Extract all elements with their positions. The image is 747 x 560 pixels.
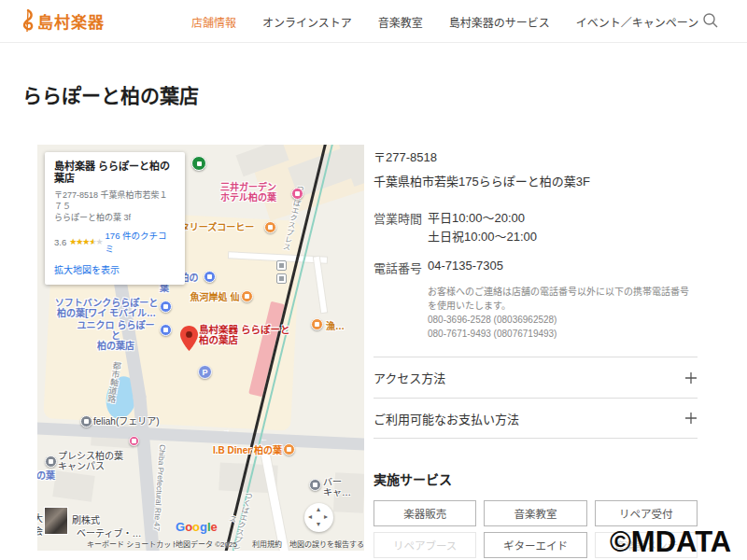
cafe-poi-icon[interactable]: [264, 221, 276, 233]
main-nav: 店舗情報 オンラインストア 音楽教室 島村楽器のサービス イベント／キャンペーン: [191, 0, 698, 43]
poi-tullys-coffee[interactable]: タリーズコーヒー: [173, 222, 261, 232]
restaurant-poi-icon[interactable]: [311, 318, 323, 330]
pan-right-icon[interactable]: ▸: [324, 513, 328, 521]
hotel-poi-icon[interactable]: [291, 188, 303, 200]
poi-ryoshi-partial[interactable]: 漁…: [326, 321, 354, 331]
accordion-payment[interactable]: ご利用可能なお支払い方法: [374, 398, 698, 439]
hours-row: 営業時間 平日10:00〜20:00 土日祝10:00〜21:00: [374, 209, 698, 246]
google-logo[interactable]: Google: [176, 520, 218, 534]
map-partial-text: 会: [37, 526, 43, 537]
place-pin-icon[interactable]: [309, 479, 321, 491]
page-title: ららぽーと柏の葉店: [22, 80, 199, 108]
map-card-address: 〒277-8518 千葉県柏市若柴１７５ ららぽーと柏の葉 3f: [54, 189, 176, 223]
rating-value: 3.6: [54, 237, 66, 247]
restaurant-poi-icon[interactable]: [241, 290, 253, 302]
service-music-school[interactable]: 音楽教室: [484, 500, 586, 526]
nav-store-info[interactable]: 店舗情報: [191, 14, 236, 30]
poi-ib-diner[interactable]: I.B Diner 柏の葉: [213, 445, 288, 455]
service-repair-booth[interactable]: リペアブース: [374, 532, 476, 558]
map-building: [52, 470, 94, 502]
service-instrument-sales[interactable]: 楽器販売: [374, 500, 476, 526]
accordion-access[interactable]: アクセス方法: [374, 357, 698, 398]
pan-up-icon[interactable]: ▴: [317, 506, 320, 513]
hours-weekend: 土日祝10:00〜21:00: [428, 228, 537, 246]
map-info-card: 島村楽器 ららぽーと柏の葉店 〒277-8518 千葉県柏市若柴１７５ ららぽー…: [45, 152, 185, 285]
nav-events[interactable]: イベント／キャンペーン: [576, 14, 698, 30]
phone-label: 電話番号: [374, 259, 428, 276]
treble-clef-icon: [21, 8, 35, 34]
header: 島村楽器 店舗情報 オンラインストア 音楽教室 島村楽器のサービス イベント／キ…: [0, 0, 747, 43]
plus-icon: [684, 371, 698, 385]
place-pin-icon[interactable]: [45, 455, 57, 468]
map-card-title: 島村楽器 ららぽーと柏の葉店: [54, 161, 176, 185]
road-minor: [260, 445, 290, 551]
brand-logo[interactable]: 島村楽器: [21, 8, 105, 34]
postal-code: 〒277-8518: [374, 147, 698, 165]
bar-poi-icon[interactable]: [283, 443, 295, 455]
poi-feliah[interactable]: feliah(フェリア): [93, 416, 182, 427]
phone-note-text: お客様へのご連絡は店舗の電話番号以外に以下の携帯電話番号を使用いたします。: [428, 285, 698, 313]
place-pin-icon[interactable]: [80, 415, 92, 427]
pan-left-icon[interactable]: ◂: [308, 513, 312, 521]
poi-shimamura-store[interactable]: 島村楽器 ららぽーと 柏の葉店: [199, 325, 290, 345]
mall-poi-icon[interactable]: [204, 271, 216, 283]
search-icon[interactable]: [702, 12, 719, 33]
road-minor: [314, 257, 327, 313]
pink-poi-icon[interactable]: [129, 436, 139, 446]
poi-mitsui-garden-hotel[interactable]: 三井ガーデン ホテル柏の葉: [207, 182, 289, 203]
map-photo-caption: ベーティブ・…: [77, 528, 141, 539]
store-info-panel: 〒277-8518 千葉県柏市若柴175ららぽーと柏の葉3F 営業時間 平日10…: [374, 147, 698, 560]
accordion-list: アクセス方法 ご利用可能なお支払い方法: [374, 357, 698, 439]
map-photo-thumbnail[interactable]: [44, 507, 68, 535]
terms-link[interactable]: 利用規約: [252, 539, 282, 549]
station-entrance-icon[interactable]: [276, 260, 287, 271]
poi-uogashi-sen[interactable]: 魚河岸処 仙: [187, 292, 243, 302]
brand-name: 島村楽器: [37, 9, 105, 33]
store-marker-pin[interactable]: [180, 326, 198, 351]
map-data-label: 地図データ ©2025: [176, 539, 237, 549]
reviews-link[interactable]: 176 件のクチコミ: [106, 229, 176, 255]
services-title: 実施サービス: [374, 469, 698, 488]
phone-note: お客様へのご連絡は店舗の電話番号以外に以下の携帯電話番号を使用いたします。 08…: [428, 285, 698, 341]
pan-down-icon[interactable]: ▾: [317, 521, 320, 528]
poi-bar-partial[interactable]: バー キャ…: [323, 477, 355, 497]
map-attribution: キーボード ショートカット 地図データ ©2025 利用規約 地図の誤りを報告す…: [37, 539, 364, 550]
shop-poi-icon[interactable]: [160, 324, 172, 336]
phone-number[interactable]: 04-7135-7305: [428, 259, 503, 276]
station-entrance-icon[interactable]: [276, 273, 287, 284]
accordion-access-label: アクセス方法: [374, 369, 445, 386]
pan-control[interactable]: ▴ ▾ ◂ ▸: [304, 503, 333, 532]
map-partial-text: 大: [37, 513, 43, 524]
hours-weekday: 平日10:00〜20:00: [428, 209, 537, 228]
hours-label: 営業時間: [374, 209, 428, 246]
map-photo-caption: 刷株式: [72, 515, 100, 525]
park-poi-icon[interactable]: [191, 156, 206, 171]
mobile-number-1: 080-3696-2528 (08036962528): [428, 313, 698, 327]
shop-poi-icon[interactable]: [160, 301, 172, 313]
mobile-number-2: 080-7671-9493 (08076719493): [428, 327, 698, 341]
poi-uniqlo[interactable]: ユニクロ ららぽーと 柏の葉店: [73, 320, 159, 351]
service-repair-reception[interactable]: リペア受付: [595, 500, 698, 526]
service-guitar-aid[interactable]: ギターエイド: [484, 532, 586, 558]
poi-softbank[interactable]: ソフトバンクららぽーと 柏の葉[ワイ モバイル…: [54, 298, 159, 318]
google-map-embed[interactable]: → ← つくばエクスプレス つくばエクスプレス 都市軸道路 Chiba Pref…: [37, 145, 364, 551]
watermark: ©MDATA: [610, 525, 731, 559]
poi-partial-noha[interactable]: の葉: [37, 470, 58, 481]
map-card-rating: 3.6 ★★★★★ ★★★★★ 176 件のクチコミ: [54, 229, 176, 255]
accordion-payment-label: ご利用可能なお支払い方法: [374, 410, 519, 427]
nav-music-school[interactable]: 音楽教室: [378, 14, 423, 30]
poi-purecis[interactable]: プレシス柏の葉 キャンパス: [58, 451, 127, 471]
phone-row: 電話番号 04-7135-7305: [374, 259, 698, 276]
road-arrow: →: [222, 425, 231, 434]
enlarge-map-link[interactable]: 拡大地図を表示: [54, 262, 176, 276]
star-rating-icon: ★★★★★ ★★★★★: [69, 237, 102, 246]
report-error-link[interactable]: 地図の誤りを報告する: [289, 539, 364, 549]
nav-online-store[interactable]: オンラインストア: [262, 14, 352, 30]
plus-icon: [684, 412, 698, 425]
keyboard-shortcuts-link[interactable]: キーボード ショートカット: [87, 539, 178, 549]
nav-services[interactable]: 島村楽器のサービス: [449, 14, 550, 30]
parking-poi-icon[interactable]: P: [198, 365, 212, 379]
store-address: 千葉県柏市若柴175ららぽーと柏の葉3F: [374, 172, 698, 189]
